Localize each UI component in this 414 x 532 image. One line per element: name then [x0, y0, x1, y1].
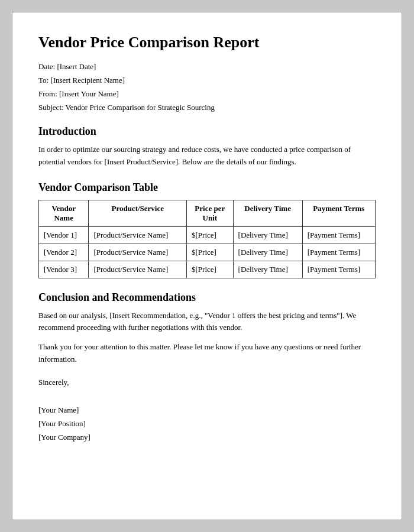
table-row: [Vendor 3] [Product/Service Name] $[Pric… [39, 261, 376, 278]
conclusion-body2: Thank you for your attention to this mat… [38, 341, 376, 366]
signature-position: [Your Position] [38, 417, 376, 430]
signature-company: [Your Company] [38, 430, 376, 444]
vendor-3-name: [Vendor 3] [39, 261, 89, 278]
vendor-table-heading: Vendor Comparison Table [38, 181, 376, 194]
signature-block: Sincerely, [Your Name] [Your Position] [… [38, 375, 376, 445]
signature-name: [Your Name] [38, 403, 376, 417]
vendor-1-product: [Product/Service Name] [89, 226, 187, 244]
vendor-1-payment: [Payment Terms] [302, 226, 375, 244]
vendor-2-price: $[Price] [187, 244, 234, 261]
closing-salutation: Sincerely, [38, 375, 376, 389]
subject-line: Subject: Vendor Price Comparison for Str… [38, 103, 376, 112]
col-price-per-unit: Price perUnit [187, 200, 234, 226]
table-row: [Vendor 1] [Product/Service Name] $[Pric… [39, 226, 376, 244]
from-line: From: [Insert Your Name] [38, 89, 376, 99]
vendor-2-product: [Product/Service Name] [89, 244, 187, 261]
introduction-body: In order to optimize our sourcing strate… [38, 144, 376, 168]
conclusion-body1: Based on our analysis, [Insert Recommend… [38, 310, 376, 335]
report-page: Vendor Price Comparison Report Date: [In… [12, 12, 402, 520]
vendor-comparison-table: VendorName Product/Service Price perUnit… [38, 200, 376, 278]
to-line: To: [Insert Recipient Name] [38, 76, 376, 85]
vendor-3-price: $[Price] [187, 261, 234, 278]
vendor-1-name: [Vendor 1] [39, 226, 89, 244]
conclusion-heading: Conclusion and Recommendations [38, 291, 376, 304]
table-row: [Vendor 2] [Product/Service Name] $[Pric… [39, 244, 376, 261]
col-payment-terms: Payment Terms [302, 200, 375, 226]
vendor-3-delivery: [Delivery Time] [233, 261, 302, 278]
vendor-3-product: [Product/Service Name] [89, 261, 187, 278]
table-header-row: VendorName Product/Service Price perUnit… [39, 200, 376, 226]
col-vendor-name: VendorName [39, 200, 89, 226]
col-delivery-time: Delivery Time [233, 200, 302, 226]
vendor-2-name: [Vendor 2] [39, 244, 89, 261]
date-line: Date: [Insert Date] [38, 62, 376, 72]
vendor-2-delivery: [Delivery Time] [233, 244, 302, 261]
vendor-3-payment: [Payment Terms] [302, 261, 375, 278]
introduction-heading: Introduction [38, 125, 376, 138]
vendor-2-payment: [Payment Terms] [302, 244, 375, 261]
report-title: Vendor Price Comparison Report [38, 34, 376, 51]
vendor-1-price: $[Price] [187, 226, 234, 244]
col-product-service: Product/Service [89, 200, 187, 226]
vendor-1-delivery: [Delivery Time] [233, 226, 302, 244]
